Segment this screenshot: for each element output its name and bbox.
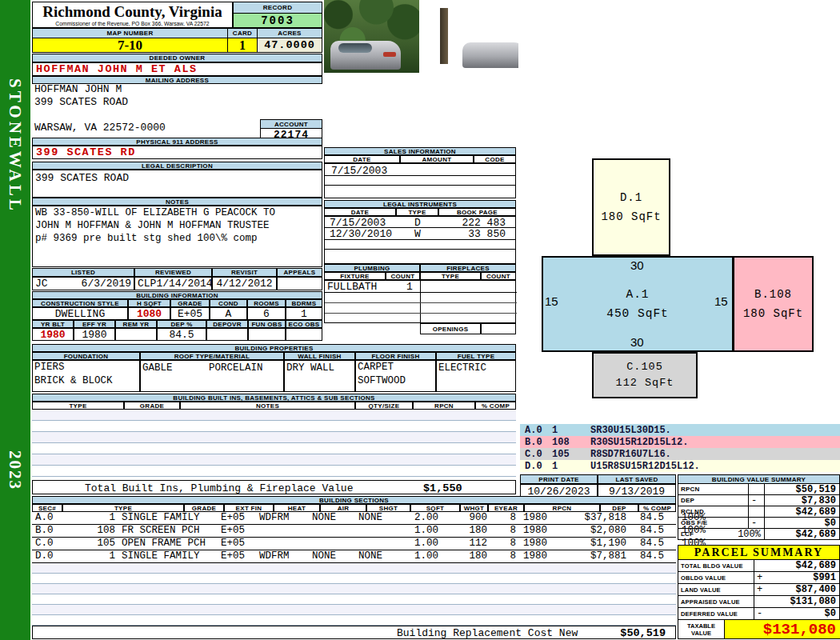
bs-header-sec: SEC# (32, 504, 62, 512)
floor-finish-line: CARPET (356, 361, 435, 374)
physical-911-value: 399 SCATES RD (32, 146, 322, 159)
building-value-summary-title: BUILDING VALUE SUMMARY (678, 474, 840, 484)
floor-finish-value: CARPET SOFTWOOD (355, 360, 436, 392)
bs-comp: 100% (670, 512, 706, 523)
bs-rpcn: $1,190 (556, 538, 626, 549)
sketch-dim-bottom: 30 (630, 335, 644, 349)
notes-line: JOHN M HOFFMAN & JOHN M HOFFMAN TRUSTEE (33, 219, 322, 232)
legend-trace: R8SD7R16U7L16. (590, 449, 671, 460)
bdrms-label: BDRMS (286, 299, 322, 307)
bs-type: SINGLE FAMILY (122, 512, 200, 523)
rooms-value: 6 (247, 307, 286, 320)
ps-sign (754, 560, 770, 571)
eco-obs-value (286, 328, 322, 341)
bs-heat: NONE (312, 550, 336, 562)
reviewed-value: CLP1/14/2014 (134, 277, 212, 290)
sales-header-code: CODE (474, 155, 516, 163)
bs-type: OPEN FRAME PCH (122, 538, 206, 549)
bs-air: NONE (358, 550, 382, 562)
card-value: 1 (227, 38, 258, 53)
bs-dep: 84.5 (632, 538, 664, 549)
bvs-value: $0 (764, 518, 839, 528)
legend-sec: A.0 (520, 425, 552, 436)
ps-label: TOTAL BLDG VALUE (678, 560, 754, 571)
print-date-label: PRINT DATE (520, 474, 598, 484)
eco-obs-label: ECO OBS (286, 320, 322, 328)
floor-finish-label: FLOOR FINISH (355, 352, 436, 360)
bvs-value: $42,689 (764, 506, 839, 517)
fuel-type-text: ELECTRIC (437, 361, 515, 374)
built-ins-empty-row (32, 454, 516, 466)
legend-sec: C.0 (520, 449, 552, 460)
last-saved-label: LAST SAVED (598, 474, 676, 484)
depovr-label: DEPOVR (206, 320, 248, 328)
bs-whgt: 8 (492, 550, 516, 562)
listed-label: LISTED (32, 268, 134, 277)
reviewed-label: REVIEWED (134, 268, 212, 277)
li-header-type: TYPE (396, 208, 438, 216)
bs-dep: 84.5 (632, 550, 664, 562)
dep-pct-label: DEP % (157, 320, 206, 328)
bs-sqft: 180 (442, 550, 487, 562)
notes-box: WB 33-850-WILL OF ELIZABETH G PEACOCK TO… (32, 206, 322, 267)
deeded-owner-label: DEEDED OWNER (32, 54, 322, 62)
legend-trace: R30SU15R12D15L12. (590, 437, 688, 448)
notes-line: p# 9369 pre built stg shed 100\% comp (33, 232, 322, 245)
bs-heat: NONE (312, 512, 336, 523)
bs-sec: A.0 (35, 512, 54, 523)
bs-extfin: WDFRM (259, 550, 290, 562)
taxable-label-line2: VALUE (691, 630, 711, 637)
bs-rpcn: $37,818 (556, 512, 626, 523)
bs-empty-row (32, 584, 676, 594)
notes-line: WB 33-850-WILL OF ELIZABETH G PEACOCK TO (33, 206, 322, 219)
bs-empty-row (32, 574, 676, 584)
ps-value: $131,080 (770, 596, 839, 607)
legend-code: 1 (552, 461, 590, 472)
building-information-title: BUILDING INFORMATION (32, 291, 322, 299)
mailing-street: 399 SCATES ROAD (34, 96, 128, 108)
parcel-summary-title: PARCEL SUMMARY (678, 545, 840, 560)
hsqft-label: H SQFT (128, 299, 170, 307)
reviewed-by: CLP (138, 278, 156, 290)
bs-header-dep: DEP (600, 504, 638, 512)
bs-shgt: 1.00 (398, 538, 438, 549)
sketch-section-d: D.1 180 SqFt (592, 158, 670, 256)
mailing-city: WARSAW, VA 22572-0000 (34, 122, 166, 134)
li-type: D (414, 217, 421, 229)
legend-sec: B.0 (520, 437, 552, 448)
sketch-dim-top: 30 (630, 258, 644, 272)
cond-value: A (210, 307, 247, 320)
bs-header-shgt: SHGT (366, 504, 410, 512)
tree-trunk (440, 8, 448, 64)
bvs-row-dep: DEP - $7,830 (678, 495, 840, 506)
building-properties-title: BUILDING PROPERTIES (32, 344, 516, 352)
plumbing-fixture-value: FULLBATH (327, 281, 377, 293)
ps-label: LAND VALUE (678, 584, 754, 595)
building-section-row: B.0 108 FR SCREEN PCH E+05 1.00 180 8 19… (32, 525, 676, 538)
li-date: 7/15/2003 (330, 217, 386, 229)
eff-yr-value: 1980 (74, 328, 115, 341)
built-ins-title: BUILDING BUILT INS, BASEMENTS, ATTICS & … (32, 394, 516, 402)
bs-header-heat: HEAT (274, 504, 320, 512)
ps-row-obldg: OBLDG VALUE + $991 (678, 572, 840, 584)
built-ins-total-label: Total Built Ins, Plumbing & Fireplace Va… (85, 482, 353, 494)
legal-description-label: LEGAL DESCRIPTION (32, 162, 322, 170)
roof-value: GABLE PORCELAIN (140, 360, 284, 392)
built-ins-total-value: $1,550 (423, 482, 462, 494)
ps-value: $42,689 (770, 560, 839, 571)
built-ins-header-comp: % COMP (475, 402, 516, 410)
bs-shgt: 2.00 (398, 512, 438, 523)
commissioner-line: Commissioner of the Revenue, PO Box 366,… (33, 21, 232, 26)
taxable-value-label: TAXABLE VALUE (678, 620, 725, 638)
sketch-legend-row-d: D.0 1 U15R8SU15R12D15L12. (520, 460, 840, 472)
built-ins-empty-row (32, 410, 516, 421)
bvs-sign (748, 506, 764, 517)
fireplaces-count-label: COUNT (481, 272, 516, 280)
bs-type: SINGLE FAMILY (122, 550, 200, 562)
bs-sqft: 112 (442, 538, 487, 549)
fuel-type-value: ELECTRIC (436, 360, 516, 392)
sketch-section-id: C.105 (626, 359, 663, 375)
county-title-box: Richmond County, Virginia Commissioner o… (32, 2, 233, 28)
bs-shgt: 1.00 (398, 525, 438, 536)
roof-material-value: PORCELAIN (209, 362, 263, 374)
